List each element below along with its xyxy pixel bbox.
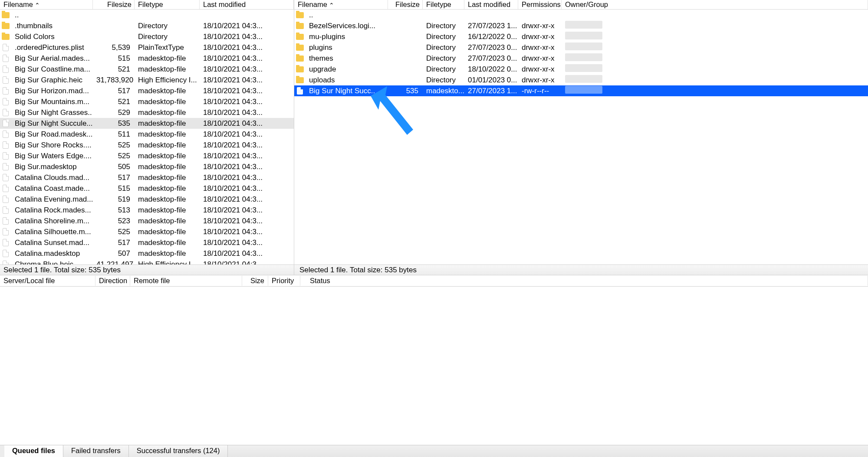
file-row[interactable]: Catalina Sunset.mad...517madesktop-file1… xyxy=(0,237,294,248)
file-row[interactable]: BezelServices.logi...Directory27/07/2023… xyxy=(294,20,868,31)
file-row[interactable]: Big Sur Night Grasses..529madesktop-file… xyxy=(0,107,294,118)
file-row[interactable]: Catalina.madesktop507madesktop-file18/10… xyxy=(0,248,294,259)
file-row[interactable]: Big Sur Coastline.ma...521madesktop-file… xyxy=(0,64,294,75)
file-row[interactable]: mu-pluginsDirectory16/12/2022 0...drwxr-… xyxy=(294,31,868,42)
remote-file-list[interactable]: ..BezelServices.logi...Directory27/07/20… xyxy=(294,10,868,264)
qcol-direction[interactable]: Direction xyxy=(95,276,130,286)
col-ownergroup[interactable]: Owner/Group xyxy=(562,0,868,9)
file-row[interactable]: Big Sur Horizon.mad...517madesktop-file1… xyxy=(0,85,294,96)
file-row[interactable]: Big Sur Shore Rocks....525madesktop-file… xyxy=(0,140,294,150)
local-status: Selected 1 file. Total size: 535 bytes xyxy=(0,265,294,275)
cell-filetype: madesktop-file xyxy=(135,130,200,139)
file-icon xyxy=(0,174,11,181)
qcol-size[interactable]: Size xyxy=(242,276,268,286)
file-row[interactable]: .. xyxy=(0,10,294,20)
file-row[interactable]: Catalina Silhouette.m...525madesktop-fil… xyxy=(0,226,294,237)
file-icon xyxy=(0,228,11,235)
file-row[interactable]: .orderedPictures.plist5,539PlainTextType… xyxy=(0,42,294,53)
cell-ownergroup xyxy=(562,53,605,63)
file-row[interactable]: upgradeDirectory18/10/2022 0...drwxr-xr-… xyxy=(294,64,868,75)
file-row[interactable]: Chroma Blue.heic41,221,497High Efficienc… xyxy=(0,259,294,264)
cell-filetype: madesktop-file xyxy=(135,152,200,160)
file-icon xyxy=(0,239,11,246)
file-row[interactable]: Big Sur Night Succ..535madeskto...27/07/… xyxy=(294,85,868,96)
cell-filesize: 31,783,920 xyxy=(93,76,135,85)
col-filetype[interactable]: Filetype xyxy=(423,0,464,9)
file-row[interactable]: Big Sur Aerial.mades...515madesktop-file… xyxy=(0,53,294,64)
qcol-priority[interactable]: Priority xyxy=(268,276,300,286)
cell-filename: Big Sur Waters Edge.... xyxy=(11,152,93,160)
file-icon xyxy=(0,217,11,225)
col-filename[interactable]: Filename xyxy=(294,0,388,9)
cell-filesize: 521 xyxy=(93,65,135,74)
cell-filename: .orderedPictures.plist xyxy=(11,43,93,52)
cell-filesize: 517 xyxy=(93,238,135,247)
file-row[interactable]: Big Sur Mountains.m...521madesktop-file1… xyxy=(0,96,294,107)
col-filesize[interactable]: Filesize xyxy=(93,0,135,9)
file-icon xyxy=(0,44,11,51)
file-row[interactable]: Catalina Coast.made...515madesktop-file1… xyxy=(0,183,294,194)
file-row[interactable]: Solid ColorsDirectory18/10/2021 04:3... xyxy=(0,31,294,42)
cell-lastmodified: 27/07/2023 0... xyxy=(464,54,518,63)
col-permissions[interactable]: Permissions xyxy=(518,0,562,9)
qcol-status[interactable]: Status xyxy=(300,276,868,286)
cell-ownergroup xyxy=(562,32,605,42)
file-row[interactable]: Catalina Shoreline.m...523madesktop-file… xyxy=(0,215,294,226)
cell-filetype: Directory xyxy=(423,65,464,74)
file-row[interactable]: Big Sur Graphic.heic31,783,920High Effic… xyxy=(0,75,294,85)
cell-filesize: 529 xyxy=(93,108,135,117)
queue-body[interactable] xyxy=(0,287,868,445)
file-row[interactable]: Big Sur Night Succule...535madesktop-fil… xyxy=(0,118,294,129)
folder-icon xyxy=(294,34,306,40)
cell-filename: .. xyxy=(306,11,388,20)
col-lastmodified[interactable]: Last modified xyxy=(464,0,518,9)
tab-successful-transfers[interactable]: Successful transfers (124) xyxy=(129,445,228,457)
cell-filetype: Directory xyxy=(423,54,464,63)
file-row[interactable]: Big Sur Waters Edge....525madesktop-file… xyxy=(0,150,294,161)
cell-lastmodified: 18/10/2021 04:3... xyxy=(200,206,282,215)
file-row[interactable]: uploadsDirectory01/01/2023 0...drwxr-xr-… xyxy=(294,75,868,85)
cell-filetype: High Efficiency I... xyxy=(135,76,200,85)
cell-filetype: madesktop-file xyxy=(135,65,200,74)
col-filesize[interactable]: Filesize xyxy=(388,0,423,9)
cell-filetype: madeskto... xyxy=(423,87,464,95)
file-row[interactable]: Big Sur Road.madesk...511madesktop-file1… xyxy=(0,129,294,140)
cell-filetype: Directory xyxy=(135,33,200,41)
cell-filename: Big Sur.madesktop xyxy=(11,163,93,171)
file-row[interactable]: themesDirectory27/07/2023 0...drwxr-xr-x xyxy=(294,53,868,64)
cell-lastmodified: 18/10/2021 04:3... xyxy=(200,43,282,52)
cell-filename: Catalina Coast.made... xyxy=(11,184,93,193)
file-row[interactable]: Catalina Rock.mades...513madesktop-file1… xyxy=(0,205,294,215)
file-icon xyxy=(0,131,11,138)
cell-filename: plugins xyxy=(306,43,388,52)
local-file-list[interactable]: ...thumbnailsDirectory18/10/2021 04:3...… xyxy=(0,10,294,264)
file-row[interactable]: Catalina Clouds.mad...517madesktop-file1… xyxy=(0,172,294,183)
file-row[interactable]: .. xyxy=(294,10,868,20)
filezilla-window: Filename Filesize Filetype Last modified… xyxy=(0,0,868,457)
qcol-server-local-file[interactable]: Server/Local file xyxy=(0,276,95,286)
cell-filetype: Directory xyxy=(423,22,464,30)
cell-ownergroup xyxy=(562,75,605,85)
cell-filename: Big Sur Mountains.m... xyxy=(11,98,93,106)
file-icon xyxy=(0,98,11,105)
col-lastmodified[interactable]: Last modified xyxy=(200,0,294,9)
cell-lastmodified: 27/07/2023 0... xyxy=(464,43,518,52)
remote-status: Selected 1 file. Total size: 535 bytes xyxy=(294,265,868,275)
file-row[interactable]: pluginsDirectory27/07/2023 0...drwxr-xr-… xyxy=(294,42,868,53)
cell-lastmodified: 18/10/2021 04:3... xyxy=(200,217,282,225)
tab-queued-files[interactable]: Queued files xyxy=(4,445,63,457)
file-row[interactable]: .thumbnailsDirectory18/10/2021 04:3... xyxy=(0,20,294,31)
col-filename[interactable]: Filename xyxy=(0,0,93,9)
cell-filename: Catalina Silhouette.m... xyxy=(11,228,93,236)
cell-lastmodified: 18/10/2021 04:3... xyxy=(200,163,282,171)
file-row[interactable]: Catalina Evening.mad...519madesktop-file… xyxy=(0,194,294,205)
qcol-remote-file[interactable]: Remote file xyxy=(130,276,242,286)
cell-filetype: madesktop-file xyxy=(135,87,200,95)
col-filetype[interactable]: Filetype xyxy=(135,0,200,9)
cell-filesize: 525 xyxy=(93,141,135,150)
cell-filename: Big Sur Shore Rocks.... xyxy=(11,141,93,150)
file-row[interactable]: Big Sur.madesktop505madesktop-file18/10/… xyxy=(0,161,294,172)
cell-filetype: madesktop-file xyxy=(135,228,200,236)
tab-failed-transfers[interactable]: Failed transfers xyxy=(63,445,129,457)
file-icon xyxy=(0,141,11,149)
